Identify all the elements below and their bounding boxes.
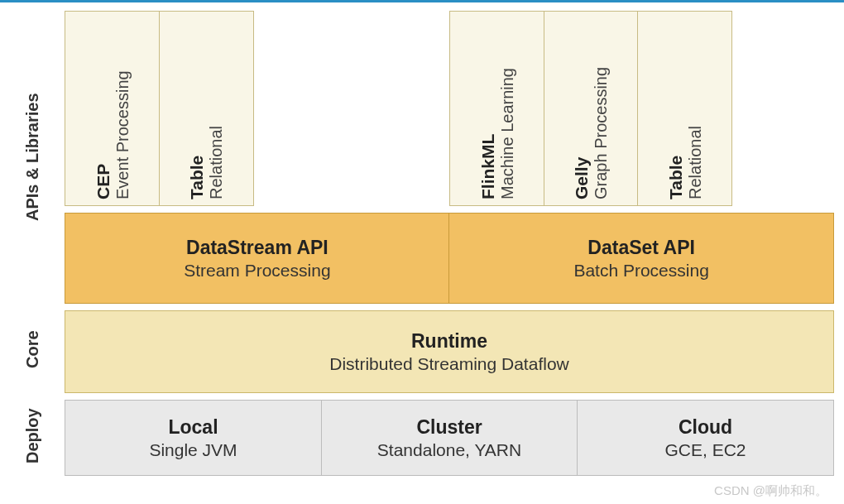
deploy-cluster: Cluster Standalone, YARN [321, 400, 578, 476]
libraries-row: CEP Event Processing Table Relational Fl… [65, 11, 834, 206]
lib-sub: Relational [207, 17, 226, 199]
row-label-apis-libraries: APIs & Libraries [0, 11, 65, 304]
lib-title: CEP [93, 17, 113, 199]
diagram-container: APIs & Libraries Core Deploy CEP Event P… [0, 2, 844, 478]
lib-table-stream: Table Relational [159, 11, 254, 206]
runtime-sub: Distributed Streaming Dataflow [329, 354, 568, 374]
api-title: DataSet API [587, 237, 695, 259]
lib-table-batch: Table Relational [637, 11, 732, 206]
lib-sub: Relational [685, 17, 704, 199]
row-label-core: Core [0, 304, 65, 395]
api-sub: Batch Processing [573, 261, 708, 281]
libraries-spacer [252, 11, 449, 206]
api-title: DataStream API [186, 237, 328, 259]
deploy-cloud: Cloud GCE, EC2 [577, 400, 834, 476]
libraries-right-group: FlinkML Machine Learning Gelly Graph Pro… [449, 11, 834, 206]
architecture-stack: CEP Event Processing Table Relational Fl… [65, 11, 834, 478]
api-sub: Stream Processing [184, 261, 330, 281]
lib-sub: Event Processing [113, 17, 132, 199]
apis-row: DataStream API Stream Processing DataSet… [65, 213, 834, 304]
deploy-title: Cluster [416, 416, 482, 439]
api-dataset: DataSet API Batch Processing [448, 213, 834, 304]
deploy-row: Local Single JVM Cluster Standalone, YAR… [65, 400, 834, 476]
lib-title: Table [187, 17, 207, 199]
lib-title: FlinkML [477, 17, 497, 199]
row-labels: APIs & Libraries Core Deploy [0, 11, 65, 478]
lib-gelly: Gelly Graph Processing [544, 11, 639, 206]
deploy-local: Local Single JVM [65, 400, 322, 476]
lib-title: Gelly [572, 17, 592, 199]
libraries-spacer [731, 11, 835, 206]
lib-title: Table [665, 17, 685, 199]
lib-cep: CEP Event Processing [65, 11, 160, 206]
deploy-title: Cloud [679, 416, 732, 439]
libraries-left-group: CEP Event Processing Table Relational [65, 11, 449, 206]
row-label-deploy: Deploy [0, 395, 65, 478]
deploy-sub: Single JVM [149, 440, 237, 460]
api-datastream: DataStream API Stream Processing [65, 213, 450, 304]
deploy-sub: GCE, EC2 [664, 440, 746, 460]
lib-flinkml: FlinkML Machine Learning [449, 11, 544, 206]
deploy-title: Local [168, 416, 218, 439]
lib-sub: Machine Learning [497, 17, 516, 199]
deploy-sub: Standalone, YARN [377, 440, 521, 460]
lib-sub: Graph Processing [592, 17, 611, 199]
runtime-title: Runtime [411, 330, 487, 353]
watermark: CSDN @啊帅和和。 [714, 483, 827, 499]
runtime-row: Runtime Distributed Streaming Dataflow [65, 310, 834, 393]
